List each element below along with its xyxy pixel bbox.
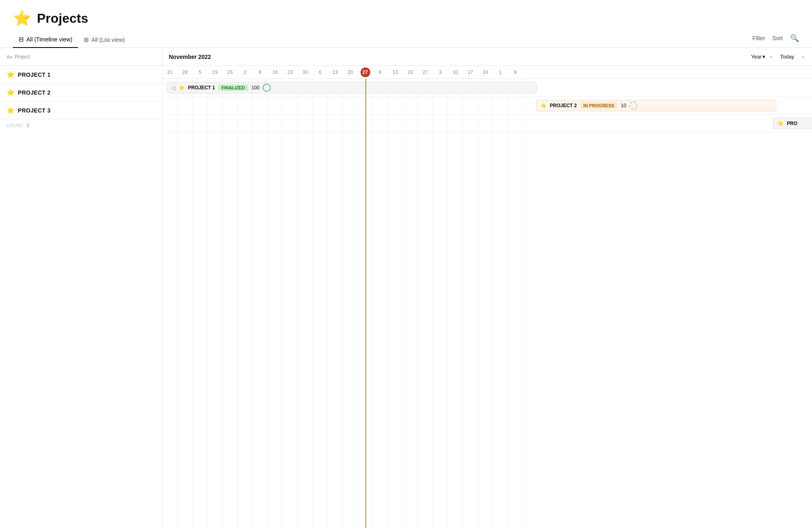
date-cell-12: 20 — [343, 69, 358, 75]
date-cell-2: 5 — [192, 69, 207, 75]
bar-title-1: PROJECT 1 — [188, 85, 215, 91]
page-title: Projects — [37, 11, 88, 26]
left-panel: Aa Project ⭐ PROJECT 1 ⭐ PROJECT 2 ⭐ PRO… — [0, 48, 162, 528]
tabs-right: Filter Sort 🔍 — [752, 34, 799, 46]
grid-col-18 — [433, 79, 448, 528]
search-icon[interactable]: 🔍 — [790, 34, 799, 43]
bar-title-2: PROJECT 2 — [550, 103, 577, 108]
grid-col-22 — [493, 79, 508, 528]
date-cell-23: 8 — [508, 69, 523, 75]
date-cell-14: 6 — [373, 69, 388, 75]
main-content: Aa Project ⭐ PROJECT 1 ⭐ PROJECT 2 ⭐ PRO… — [0, 48, 812, 528]
today-line — [365, 79, 366, 528]
date-cell-6: 9 — [253, 69, 268, 75]
bar-project2[interactable]: ⭐ PROJECT 2 IN PROGRESS 10 — [536, 100, 776, 111]
prev-button[interactable]: ‹ — [769, 52, 773, 61]
col-project-label: Project — [15, 54, 30, 60]
bar-star-1: ⭐ — [179, 85, 185, 91]
date-cell-19: 10 — [448, 69, 463, 75]
count-label: COUNT — [6, 123, 24, 128]
grid-col-17 — [418, 79, 433, 528]
grid-col-4 — [222, 79, 238, 528]
count-value: 3 — [26, 123, 29, 128]
timeline-body: ◁ ⭐ PROJECT 1 FINALIZED 100 ⭐ PROJECT 2 — [162, 79, 812, 528]
date-cell-18: 3 — [433, 69, 448, 75]
timeline-row-2: ⭐ PROJECT 2 IN PROGRESS 10 — [162, 97, 812, 115]
date-cell-11: 13 — [328, 69, 343, 75]
left-panel-header: Aa Project — [0, 48, 162, 66]
project-row-1[interactable]: ⭐ PROJECT 1 — [0, 66, 162, 84]
grid-col-3 — [207, 79, 222, 528]
page-title-icon: ⭐ — [13, 10, 31, 27]
status-badge-1: FINALIZED — [218, 84, 248, 91]
grid-col-2 — [192, 79, 207, 528]
date-cell-13: 27 — [361, 67, 370, 77]
date-cell-0: 21 — [162, 69, 177, 75]
bar-star-2: ⭐ — [540, 103, 546, 108]
bar-progress-2: 10 — [621, 103, 626, 108]
date-cell-17: 27 — [418, 69, 433, 75]
timeline-row-1: ◁ ⭐ PROJECT 1 FINALIZED 100 — [162, 79, 812, 97]
next-button[interactable]: › — [801, 52, 806, 61]
date-cell-16: 20 — [403, 69, 418, 75]
progress-circle-1 — [263, 84, 271, 92]
grid-col-16 — [403, 79, 418, 528]
timeline-tab-icon: ⊟ — [19, 36, 24, 43]
bar-project3[interactable]: ⭐ PRO — [773, 118, 812, 129]
page-header: ⭐ Projects — [0, 0, 812, 27]
tab-timeline[interactable]: ⊟ All (Timeline view) — [13, 32, 78, 48]
timeline-month: November 2022 — [169, 54, 211, 60]
year-label: Year — [751, 54, 762, 60]
grid-col-0 — [162, 79, 177, 528]
today-button[interactable]: Today — [777, 52, 797, 61]
grid-col-10 — [313, 79, 328, 528]
date-cell-7: 16 — [268, 69, 283, 75]
date-cell-9: 30 — [298, 69, 313, 75]
status-badge-2: IN PROGRESS — [580, 102, 618, 109]
grid-col-7 — [268, 79, 283, 528]
bar-star-3: ⭐ — [777, 121, 784, 126]
project-name-1: PROJECT 1 — [18, 71, 51, 78]
grid-col-8 — [283, 79, 298, 528]
timeline-row-3: ⭐ PRO — [162, 115, 812, 132]
date-cell-8: 23 — [283, 69, 298, 75]
grid-col-6 — [253, 79, 268, 528]
star-icon-1: ⭐ — [6, 71, 15, 78]
date-cell-10: 6 — [313, 69, 328, 75]
date-cell-22: 1 — [493, 69, 508, 75]
timeline-panel: November 2022 Year ▾ ‹ Today › 212851926… — [162, 48, 812, 528]
progress-circle-2 — [629, 102, 637, 110]
year-selector[interactable]: Year ▾ — [751, 54, 765, 60]
grid-col-1 — [177, 79, 192, 528]
star-icon-2: ⭐ — [6, 89, 15, 96]
grid-col-11 — [328, 79, 343, 528]
timeline-controls: Year ▾ ‹ Today › — [751, 52, 806, 61]
expand-icon-1[interactable]: ◁ — [171, 84, 175, 91]
bar-progress-1: 100 — [251, 85, 259, 91]
col-type-label: Aa — [6, 54, 12, 59]
grid-col-5 — [238, 79, 253, 528]
date-ruler: 2128519262916233061320276132027310172418 — [162, 66, 812, 79]
filter-button[interactable]: Filter — [752, 35, 765, 41]
project-name-2: PROJECT 2 — [18, 89, 51, 96]
list-tab-icon: ⊞ — [84, 36, 89, 43]
date-cell-21: 24 — [478, 69, 493, 75]
grid-col-9 — [298, 79, 313, 528]
grid-col-20 — [463, 79, 478, 528]
date-cell-1: 28 — [177, 69, 192, 75]
grid-col-12 — [343, 79, 358, 528]
grid-col-23 — [508, 79, 523, 528]
grid-col-19 — [448, 79, 463, 528]
date-cell-20: 17 — [463, 69, 478, 75]
project-row-3[interactable]: ⭐ PROJECT 3 — [0, 102, 162, 119]
tabs-bar: ⊟ All (Timeline view) ⊞ All (List view) … — [0, 32, 812, 48]
timeline-header: November 2022 Year ▾ ‹ Today › — [162, 48, 812, 66]
project-row-2[interactable]: ⭐ PROJECT 2 — [0, 84, 162, 102]
count-row: COUNT 3 — [0, 119, 162, 132]
project-name-3: PROJECT 3 — [18, 107, 51, 114]
bar-project1[interactable]: ◁ ⭐ PROJECT 1 FINALIZED 100 — [166, 82, 537, 93]
sort-button[interactable]: Sort — [772, 35, 783, 41]
bar-title-3: PRO — [787, 121, 797, 126]
tab-list[interactable]: ⊞ All (List view) — [78, 32, 130, 48]
page: ⭐ Projects ⊟ All (Timeline view) ⊞ All (… — [0, 0, 812, 528]
